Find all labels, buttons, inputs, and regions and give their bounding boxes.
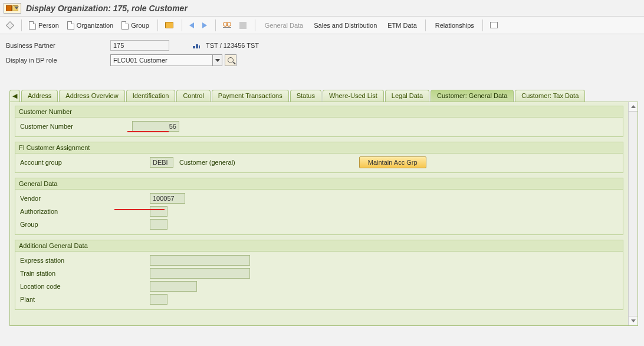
- tab-where-used-list[interactable]: Where-Used List: [323, 90, 384, 102]
- tabs-scroll-left[interactable]: ◀: [9, 90, 20, 102]
- location-code-field: [150, 281, 197, 292]
- tab-customer-tax-data[interactable]: Customer: Tax Data: [515, 90, 585, 102]
- toolbar-item-check[interactable]: [219, 19, 235, 32]
- toolbar-separator: [21, 19, 22, 31]
- tab-customer-general-data[interactable]: Customer: General Data: [431, 90, 514, 102]
- group-field: [150, 219, 167, 230]
- toolbar-separator: [482, 19, 483, 31]
- plant-field: [150, 294, 167, 305]
- group-additional-general-data: Additional General Data Express station …: [15, 240, 623, 310]
- location-code-label: Location code: [20, 283, 132, 290]
- vertical-scrollbar[interactable]: [628, 102, 638, 325]
- document-icon: [67, 21, 74, 30]
- express-station-label: Express station: [20, 257, 132, 264]
- toolbar-separator: [255, 19, 255, 31]
- toolbar-item-open[interactable]: [162, 19, 177, 32]
- role-detail-button[interactable]: [225, 54, 236, 66]
- tab-control[interactable]: Control: [176, 90, 210, 102]
- button-label: Maintain Acc Grp: [368, 159, 418, 166]
- tab-label: Status: [297, 92, 315, 99]
- tab-address[interactable]: Address: [21, 90, 58, 102]
- bp-value: 175: [113, 42, 124, 49]
- toolbar-item-person[interactable]: Person: [25, 19, 63, 32]
- toolbar-label: Group: [131, 22, 149, 29]
- role-label: Display in BP role: [6, 57, 97, 64]
- page-title: Display Organization: 175, role Customer: [26, 4, 188, 13]
- tab-panel-content: Customer Number Customer Number 56 FI Cu…: [10, 102, 628, 325]
- toolbar-item-organization[interactable]: Organization: [64, 19, 117, 32]
- account-group-field: DEBI: [150, 157, 173, 168]
- toolbar-item-etm-data[interactable]: ETM Data: [382, 19, 420, 32]
- group-label: Group: [20, 221, 132, 228]
- personcard-icon: [490, 22, 498, 28]
- account-group-label: Account group: [20, 159, 132, 166]
- tab-status[interactable]: Status: [290, 90, 321, 102]
- chevron-down-icon[interactable]: [212, 55, 222, 66]
- tree-icon: [239, 22, 247, 29]
- customer-number-field: 56: [132, 121, 179, 132]
- highlight-marker: [114, 209, 165, 210]
- vendor-value: 100057: [153, 195, 175, 202]
- express-station-field: [150, 255, 250, 266]
- toolbar-label: General Data: [265, 22, 303, 29]
- group-general-data: General Data Vendor 100057 Authorization: [15, 178, 623, 235]
- tab-address-overview[interactable]: Address Overview: [59, 90, 124, 102]
- toolbar-label: ETM Data: [387, 22, 417, 29]
- toolbar-item-group[interactable]: Group: [118, 19, 153, 32]
- tab-label: Payment Transactions: [218, 92, 282, 99]
- header-form: Business Partner 175 TST / 123456 TST Di…: [0, 34, 644, 73]
- tab-label: Legal Data: [392, 92, 423, 99]
- authorization-field: [150, 206, 167, 217]
- group-title: FI Customer Assignment: [15, 142, 623, 154]
- tab-label: Address Overview: [65, 92, 118, 99]
- toolbar-item-back[interactable]: [186, 19, 198, 32]
- tab-label: Control: [183, 92, 203, 99]
- group-title: Customer Number: [15, 106, 623, 117]
- toolbar-label: Organization: [77, 22, 113, 29]
- toolbar-label: Sales and Distribution: [314, 22, 377, 29]
- group-fi-customer-assignment: FI Customer Assignment Account group DEB…: [15, 142, 623, 173]
- train-station-label: Train station: [20, 270, 132, 277]
- tab-payment-transactions[interactable]: Payment Transactions: [212, 90, 289, 102]
- maintain-acc-grp-button[interactable]: Maintain Acc Grp: [359, 156, 426, 168]
- toolbar-item-relationships[interactable]: Relationships: [429, 19, 478, 32]
- train-station-field: [150, 268, 250, 279]
- toolbar-item-forward[interactable]: [199, 19, 211, 32]
- toolbar-label: Person: [38, 22, 59, 29]
- main-toolbar: Person Organization Group General Data S…: [0, 17, 644, 34]
- toolbar-item-general-data: General Data: [259, 19, 307, 32]
- magnifier-icon: [228, 57, 234, 63]
- plant-label: Plant: [20, 296, 132, 303]
- bp-role-dropdown[interactable]: FLCU01 Customer: [110, 54, 222, 66]
- bp-value-field: 175: [110, 40, 169, 51]
- tab-label: Customer: Tax Data: [521, 92, 579, 99]
- toolbar-item-layout[interactable]: [4, 19, 17, 32]
- bp-role-value: FLCU01 Customer: [111, 57, 212, 64]
- titlebar: Display Organization: 175, role Customer: [0, 0, 644, 17]
- tab-legal-data[interactable]: Legal Data: [385, 90, 429, 102]
- bp-meta: TST / 123456 TST: [206, 42, 259, 49]
- chart-icon: [193, 43, 200, 48]
- window-menu-button[interactable]: [4, 3, 21, 14]
- tab-identification[interactable]: Identification: [126, 90, 176, 102]
- tab-label: Identification: [133, 92, 169, 99]
- toolbar-label: Relationships: [435, 22, 474, 29]
- tab-panel: Customer Number Customer Number 56 FI Cu…: [9, 102, 638, 326]
- folder-icon: [165, 22, 173, 28]
- vendor-field: 100057: [150, 193, 185, 204]
- document-icon: [29, 21, 36, 30]
- scroll-down-button[interactable]: [629, 316, 638, 325]
- scroll-up-button[interactable]: [629, 102, 638, 112]
- arrow-left-icon: [189, 22, 194, 28]
- arrow-right-icon: [202, 22, 207, 28]
- account-group-text: Customer (general): [179, 159, 235, 166]
- group-title: General Data: [15, 178, 623, 190]
- toolbar-item-hierarchy[interactable]: [236, 19, 250, 32]
- toolbar-item-personcard[interactable]: [487, 19, 501, 32]
- toolbar-item-sales-distribution[interactable]: Sales and Distribution: [308, 19, 380, 32]
- highlight-marker: [127, 131, 169, 132]
- account-group-value: DEBI: [153, 159, 168, 166]
- document-icon: [121, 21, 129, 30]
- toolbar-separator: [425, 19, 426, 31]
- vendor-label: Vendor: [20, 195, 132, 202]
